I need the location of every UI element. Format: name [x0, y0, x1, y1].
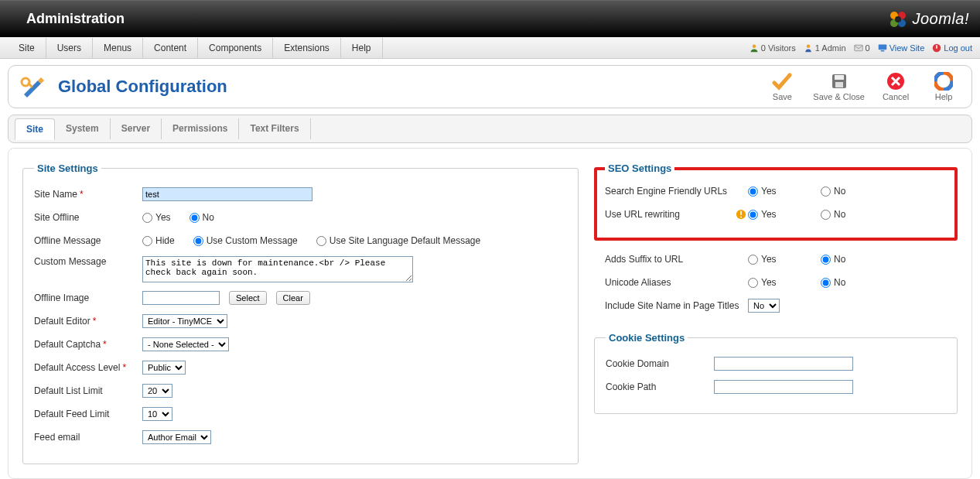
status-messages-text: 0	[866, 43, 870, 53]
row-default-captcha: Default Captcha* - None Selected -	[34, 337, 567, 352]
cookie-domain-input[interactable]	[714, 357, 853, 371]
floppy-icon	[830, 72, 849, 91]
monitor-icon	[878, 43, 887, 53]
sef-yes[interactable]: Yes	[748, 186, 802, 197]
logout-link[interactable]: Log out	[932, 43, 972, 53]
row-custom-message: Custom Message	[34, 256, 567, 282]
status-visitors: 0 Visitors	[750, 43, 796, 53]
custom-message-textarea[interactable]	[142, 256, 413, 282]
offline-image-input[interactable]	[142, 291, 220, 305]
feed-email-label: Feed email	[34, 432, 80, 443]
menu-menus[interactable]: Menus	[93, 38, 143, 58]
view-site-link[interactable]: View Site	[878, 43, 925, 53]
cancel-icon	[886, 72, 905, 91]
site-offline-no[interactable]: No	[190, 212, 214, 223]
url-rewrite-label: Use URL rewriting	[605, 209, 680, 220]
logout-icon	[932, 43, 941, 53]
svg-rect-9	[880, 50, 884, 52]
menu-content[interactable]: Content	[143, 38, 198, 58]
svg-rect-8	[878, 44, 886, 50]
row-url-rewrite: Use URL rewriting Yes No	[605, 207, 947, 222]
unicode-no[interactable]: No	[821, 277, 845, 288]
row-site-name: Site Name*	[34, 186, 567, 202]
help-button[interactable]: Help	[927, 72, 961, 101]
feed-email-select[interactable]: Author Email	[142, 430, 211, 444]
warning-icon	[736, 209, 746, 220]
suffix-yes[interactable]: Yes	[748, 254, 802, 265]
cookie-path-input[interactable]	[714, 380, 853, 394]
offline-msg-hide[interactable]: Hide	[142, 235, 175, 246]
svg-point-4	[895, 16, 901, 22]
menu-site[interactable]: Site	[8, 38, 46, 58]
svg-rect-15	[835, 75, 844, 80]
sef-no[interactable]: No	[821, 186, 845, 197]
save-close-button[interactable]: Save & Close	[813, 72, 865, 101]
offline-msg-lang[interactable]: Use Site Language Default Message	[316, 235, 480, 246]
site-settings-fieldset: Site Settings Site Name* Site Offline Ye…	[22, 163, 579, 464]
svg-point-6	[807, 44, 811, 48]
menu-bar: Site Users Menus Content Components Exte…	[0, 37, 980, 59]
offline-message-label: Offline Message	[34, 235, 101, 246]
tab-textfilters[interactable]: Text Filters	[239, 118, 310, 139]
site-name-input[interactable]	[142, 187, 312, 201]
suffix-no[interactable]: No	[821, 254, 845, 265]
save-button[interactable]: Save	[765, 72, 799, 101]
rewrite-no[interactable]: No	[821, 209, 845, 220]
site-settings-legend: Site Settings	[34, 163, 101, 174]
menu-users[interactable]: Users	[46, 38, 93, 58]
offline-msg-custom[interactable]: Use Custom Message	[193, 235, 298, 246]
brand-logo: Joomla!	[889, 10, 969, 29]
tab-permissions[interactable]: Permissions	[162, 118, 239, 139]
row-default-feed-limit: Default Feed Limit 10	[34, 406, 567, 422]
default-access-select[interactable]: Public	[142, 361, 186, 375]
default-editor-select[interactable]: Editor - TinyMCE	[142, 314, 227, 328]
default-list-label: Default List Limit	[34, 385, 103, 396]
default-captcha-label: Default Captcha	[34, 339, 101, 350]
tab-site[interactable]: Site	[15, 118, 55, 140]
svg-rect-16	[835, 82, 843, 87]
default-list-select[interactable]: 20	[142, 384, 172, 398]
offline-image-label: Offline Image	[34, 293, 89, 303]
site-offline-yes[interactable]: Yes	[142, 212, 171, 223]
row-default-list-limit: Default List Limit 20	[34, 383, 567, 399]
cancel-button[interactable]: Cancel	[879, 72, 913, 101]
row-sef-urls: Search Engine Friendly URLs Yes No	[605, 183, 947, 199]
row-site-offline: Site Offline Yes No	[34, 210, 567, 225]
user-icon	[804, 43, 813, 53]
row-unicode: Unicode Aliases Yes No	[605, 275, 947, 290]
tab-system[interactable]: System	[55, 118, 111, 139]
sitename-title-label: Include Site Name in Page Titles	[605, 300, 739, 311]
seo-settings-fieldset: SEO Settings Search Engine Friendly URLs…	[594, 163, 958, 241]
joomla-icon	[889, 10, 907, 29]
menu-components[interactable]: Components	[198, 38, 273, 58]
custom-message-label: Custom Message	[34, 256, 106, 267]
config-icon	[19, 73, 47, 101]
sitename-title-select[interactable]: No	[748, 299, 780, 313]
status-visitors-text: 0 Visitors	[761, 43, 796, 53]
seo-extra: Adds Suffix to URL Yes No Unicode Aliase…	[594, 251, 958, 321]
view-site-text: View Site	[890, 43, 925, 53]
svg-rect-22	[740, 217, 742, 218]
row-offline-image: Offline Image Select Clear	[34, 290, 567, 306]
rewrite-yes[interactable]: Yes	[748, 209, 802, 220]
menu-extensions[interactable]: Extensions	[273, 38, 341, 58]
row-default-access: Default Access Level* Public	[34, 360, 567, 375]
default-editor-label: Default Editor	[34, 316, 90, 327]
select-button[interactable]: Select	[229, 291, 267, 305]
row-offline-message: Offline Message Hide Use Custom Message …	[34, 233, 567, 248]
mail-icon	[854, 43, 863, 53]
brand-text: Joomla!	[912, 10, 969, 28]
status-messages[interactable]: 0	[854, 43, 870, 53]
clear-button[interactable]: Clear	[276, 291, 310, 305]
content: Site Settings Site Name* Site Offline Ye…	[8, 148, 972, 479]
tabs: Site System Server Permissions Text Filt…	[8, 115, 972, 143]
svg-rect-11	[937, 45, 938, 49]
tab-server[interactable]: Server	[111, 118, 162, 139]
svg-rect-21	[740, 211, 742, 215]
suffix-label: Adds Suffix to URL	[605, 254, 683, 265]
default-feed-select[interactable]: 10	[142, 407, 172, 421]
users-icon	[750, 43, 759, 53]
menu-help[interactable]: Help	[341, 38, 383, 58]
unicode-yes[interactable]: Yes	[748, 277, 802, 288]
default-captcha-select[interactable]: - None Selected -	[142, 337, 229, 351]
